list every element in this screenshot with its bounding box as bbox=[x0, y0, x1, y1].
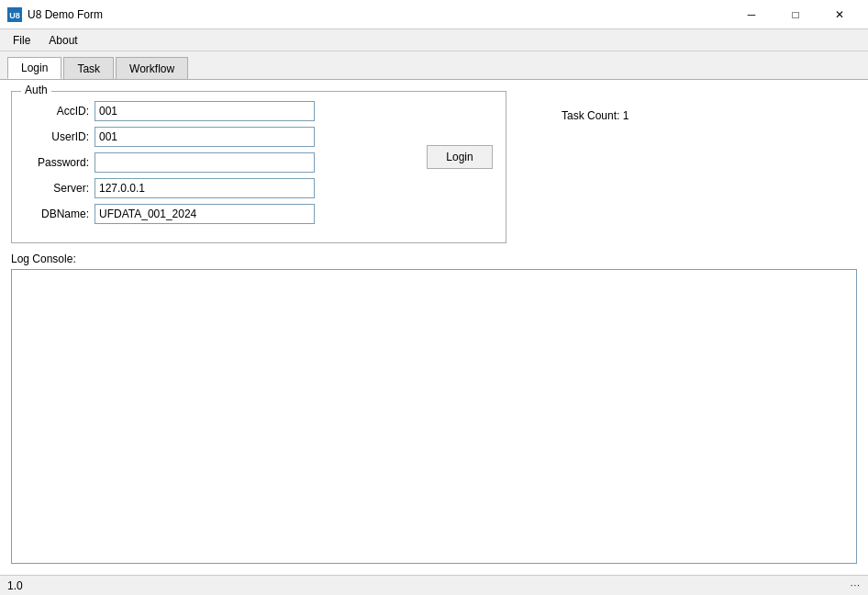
password-input[interactable] bbox=[95, 152, 315, 173]
app-icon: U8 bbox=[7, 7, 22, 22]
userid-input[interactable] bbox=[95, 127, 315, 147]
status-dots: ··· bbox=[851, 580, 861, 590]
auth-legend: Auth bbox=[21, 84, 51, 96]
menu-file[interactable]: File bbox=[4, 30, 39, 51]
log-console[interactable] bbox=[11, 269, 857, 564]
menu-bar: File About bbox=[0, 29, 868, 51]
auth-fields: AccID: UserID: Password: Server: bbox=[25, 101, 417, 230]
svg-text:U8: U8 bbox=[9, 11, 20, 20]
auth-body: AccID: UserID: Password: Server: bbox=[25, 101, 493, 230]
top-section: Auth AccID: UserID: Password: bbox=[11, 91, 857, 243]
status-bar: 1.0 ··· bbox=[0, 575, 868, 595]
log-console-label: Log Console: bbox=[11, 253, 857, 265]
tab-task[interactable]: Task bbox=[63, 57, 114, 79]
maximize-button[interactable]: □ bbox=[774, 1, 817, 28]
dbname-input[interactable] bbox=[95, 204, 315, 224]
log-section: Log Console: bbox=[11, 253, 857, 564]
version-text: 1.0 bbox=[7, 579, 23, 592]
window-title: U8 Demo Form bbox=[28, 8, 730, 21]
tab-workflow[interactable]: Workflow bbox=[116, 57, 188, 79]
auth-btn-col: Login bbox=[417, 101, 493, 169]
menu-about[interactable]: About bbox=[39, 30, 86, 51]
server-label: Server: bbox=[25, 182, 89, 195]
auth-group: Auth AccID: UserID: Password: bbox=[11, 91, 506, 243]
dbname-row: DBName: bbox=[25, 204, 417, 224]
userid-row: UserID: bbox=[25, 127, 417, 147]
login-button[interactable]: Login bbox=[427, 145, 493, 169]
tab-bar: Login Task Workflow bbox=[0, 51, 868, 80]
server-row: Server: bbox=[25, 178, 417, 198]
window-controls: ─ □ ✕ bbox=[730, 1, 861, 28]
main-content: Auth AccID: UserID: Password: bbox=[0, 80, 868, 575]
server-input[interactable] bbox=[95, 178, 315, 198]
task-count-area: Task Count: 1 bbox=[525, 91, 857, 243]
accid-row: AccID: bbox=[25, 101, 417, 121]
accid-input[interactable] bbox=[95, 101, 315, 121]
password-row: Password: bbox=[25, 152, 417, 173]
tab-login[interactable]: Login bbox=[7, 57, 61, 79]
close-button[interactable]: ✕ bbox=[818, 1, 861, 28]
title-bar: U8 U8 Demo Form ─ □ ✕ bbox=[0, 0, 868, 29]
userid-label: UserID: bbox=[25, 130, 89, 143]
minimize-button[interactable]: ─ bbox=[730, 1, 773, 28]
task-count-text: Task Count: 1 bbox=[562, 109, 629, 122]
accid-label: AccID: bbox=[25, 105, 89, 118]
dbname-label: DBName: bbox=[25, 208, 89, 220]
password-label: Password: bbox=[25, 156, 89, 169]
